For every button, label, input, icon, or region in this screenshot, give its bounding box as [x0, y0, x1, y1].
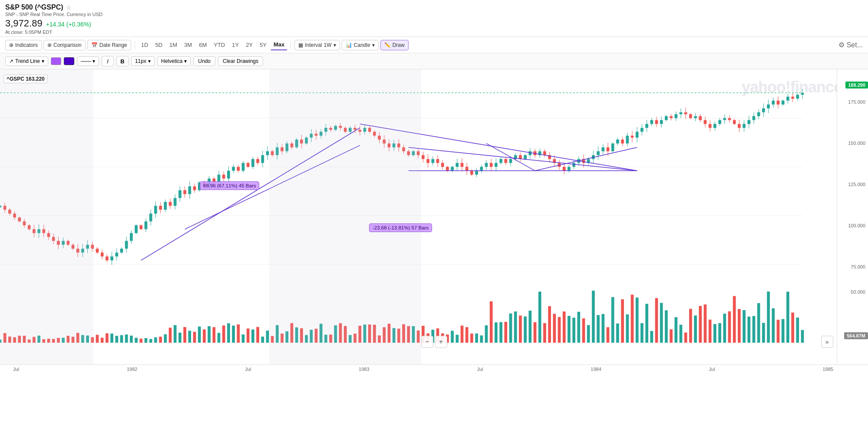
calendar-icon: 📅: [91, 42, 98, 48]
toolbar: ⊕ Indicators ⊕ Comparison 📅 Date Range 1…: [0, 37, 868, 53]
tf-3m[interactable]: 3M: [182, 40, 195, 50]
zoom-in-button[interactable]: +: [435, 336, 447, 348]
current-price-box: 188.290: [845, 82, 868, 88]
tf-1d[interactable]: 1D: [139, 40, 151, 50]
trend-line-icon: ↗: [9, 58, 13, 64]
clear-drawings-button[interactable]: Clear Drawings: [218, 56, 263, 66]
line-icon: ——: [81, 58, 91, 64]
y-label-50: 50.000: [851, 289, 865, 295]
annotation-box-2: -23.68 (-13.81%) 57 Bars: [369, 223, 432, 232]
tf-5y[interactable]: 5Y: [257, 40, 269, 50]
interval-icon: ▦: [298, 42, 303, 48]
trend-line-tool[interactable]: ↗ Trend Line ▾: [5, 56, 48, 66]
current-price: 3,972.89: [5, 18, 43, 29]
y-label-150: 150.000: [848, 141, 865, 146]
date-range-button[interactable]: 📅 Date Range: [87, 40, 131, 50]
tf-ytd[interactable]: YTD: [211, 40, 228, 50]
color-swatch-purple[interactable]: [51, 57, 61, 65]
y-label-125: 125.000: [848, 182, 865, 187]
y-label-75: 75.000: [851, 264, 865, 269]
chevron-down-icon2: ▾: [372, 42, 375, 48]
chart-container[interactable]: ^GSPC 163.220 yahoo!finance 68.96 (67.11…: [0, 69, 868, 364]
tf-5d[interactable]: 5D: [152, 40, 165, 50]
subtitle: SNP - SNP Real Time Price. Currency in U…: [5, 12, 863, 17]
line-style-button[interactable]: —— ▾: [77, 56, 99, 66]
x-label-jul82: Jul: [245, 367, 251, 372]
chevron-down-icon3: ▾: [42, 58, 44, 64]
comparison-icon: ⊕: [47, 42, 52, 48]
interval-button[interactable]: ▦ Interval 1W ▾: [294, 40, 340, 50]
price-label: ^GSPC 163.220: [3, 75, 48, 83]
bold-button[interactable]: B: [116, 56, 129, 66]
x-label-1983: 1983: [359, 367, 369, 372]
color-swatch-dark[interactable]: [64, 57, 74, 65]
main-chart-canvas[interactable]: [0, 69, 834, 299]
italic-button[interactable]: I: [102, 56, 114, 66]
x-axis: Jul 1982 Jul 1983 Jul 1984 Jul 1985: [0, 364, 868, 374]
font-family-button[interactable]: Helvetica ▾: [157, 56, 191, 66]
candle-icon: 📊: [346, 42, 352, 48]
title-row: S&P 500 (^GSPC) ☆: [5, 3, 863, 11]
comparison-button[interactable]: ⊕ Comparison: [43, 40, 86, 50]
plus-icon: ⊕: [9, 42, 13, 48]
chevron-down-icon: ▾: [333, 42, 336, 48]
tf-1y[interactable]: 1Y: [229, 40, 241, 50]
draw-button[interactable]: ✏️ Draw: [380, 40, 409, 50]
y-axis: 188.290 175.000 150.000 125.000 100.000 …: [837, 69, 868, 364]
annotation-box-1: 68.96 (67.11%) 45 Bars: [200, 181, 259, 190]
separator2: [290, 41, 291, 49]
volume-price-box: 564.87M: [844, 332, 868, 339]
x-label-jul83: Jul: [477, 367, 483, 372]
font-size-button[interactable]: 11px ▾: [131, 56, 155, 66]
chevron-down-icon5: ▾: [148, 58, 151, 64]
y-label-100: 100.000: [848, 223, 865, 228]
volume-chart-canvas[interactable]: [0, 286, 834, 343]
x-label-1982: 1982: [127, 367, 137, 372]
zoom-controls: − +: [421, 336, 447, 348]
page-title: S&P 500 (^GSPC): [5, 3, 63, 11]
expand-button[interactable]: »: [821, 336, 833, 348]
y-label-175: 175.000: [848, 99, 865, 105]
price-row: 3,972.89 +14.34 (+0.36%): [5, 18, 863, 29]
tf-max[interactable]: Max: [271, 39, 287, 50]
zoom-out-button[interactable]: −: [421, 336, 433, 348]
tf-6m[interactable]: 6M: [196, 40, 209, 50]
close-time: At close: 5:05PM EDT: [5, 29, 863, 35]
chevron-down-icon6: ▾: [184, 58, 187, 64]
candle-button[interactable]: 📊 Candle ▾: [342, 40, 379, 50]
x-label-jul81: Jul: [13, 367, 19, 372]
indicators-button[interactable]: ⊕ Indicators: [5, 40, 42, 50]
undo-button[interactable]: Undo: [193, 56, 215, 66]
watermark: yahoo!finance: [742, 78, 842, 96]
drawing-toolbar: ↗ Trend Line ▾ —— ▾ I B 11px ▾ Helvetica…: [0, 53, 868, 69]
tf-2y[interactable]: 2Y: [243, 40, 255, 50]
x-label-jul84: Jul: [709, 367, 715, 372]
separator: [135, 41, 135, 49]
draw-icon: ✏️: [384, 42, 391, 48]
chevron-down-icon4: ▾: [92, 58, 95, 64]
price-change: +14.34 (+0.36%): [46, 21, 91, 28]
header: S&P 500 (^GSPC) ☆ SNP - SNP Real Time Pr…: [0, 0, 868, 37]
settings-button[interactable]: ⚙ Set...: [838, 41, 863, 49]
tf-1m[interactable]: 1M: [167, 40, 180, 50]
star-icon[interactable]: ☆: [66, 4, 72, 11]
x-label-1984: 1984: [591, 367, 601, 372]
x-label-1985: 1985: [823, 367, 833, 372]
